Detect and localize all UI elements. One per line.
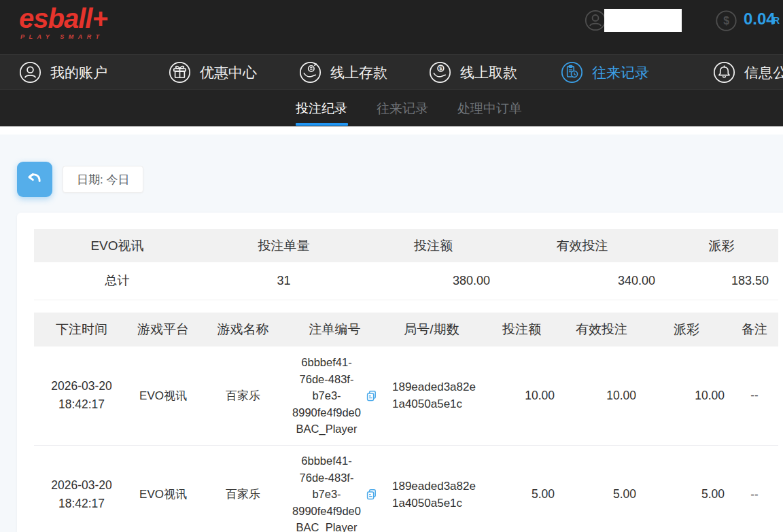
nav-item-deposit[interactable]: 线上存款 [299,55,387,90]
bet-order-id: 6bbbef41-76de-483f-b7e3-8990fe4f9de0BAC_… [292,354,362,438]
bet-round-id-cell: 189eaded3a82e1a4050a5e1c [381,347,483,445]
deposit-hand-coin-icon [299,61,321,84]
nav-label: 信息公告 [744,63,783,82]
copy-icon [365,488,378,501]
bet-date: 2026-03-20 [34,377,129,395]
date-filter-label: 日期: 今日 [77,172,129,188]
back-arrow-icon [23,168,46,191]
bet-payout: 5.00 [642,445,731,532]
tab-transaction-records[interactable]: 往来记录 [377,90,428,127]
nav-item-my-account[interactable]: 我的账户 [19,55,107,90]
bet-clock: 18:42:17 [34,395,129,414]
withdraw-hand-dollar-icon: $ [429,61,451,84]
bet-clock: 18:42:17 [34,495,129,513]
bet-round-id: 189eaded3a82e1a4050a5e1c [392,478,479,512]
summary-bet-amount: 380.00 [367,262,500,300]
bet-platform: EVO视讯 [129,347,197,445]
summary-table: EVO视讯 投注单量 投注额 有效投注 派彩 总计 31 380.00 340.… [34,229,778,300]
nav-label: 往来记录 [592,63,649,82]
main-nav: 我的账户 优惠中心 [0,54,783,89]
nav-item-withdraw[interactable]: $ 线上取款 [429,55,517,90]
balance-currency: R [773,15,780,26]
nav-label: 优惠中心 [200,63,257,82]
divider [0,126,783,135]
user-icon [19,61,41,84]
bets-header-round-id: 局号/期数 [381,313,483,347]
bets-header-game: 游戏名称 [197,313,289,347]
balance-amount[interactable]: 0.04 [744,10,776,29]
page: esball+ PLAY SMART $ 0.04 R 我的账户 [0,0,783,532]
bet-remark: -- [731,347,778,445]
bet-platform: EVO视讯 [129,445,197,532]
active-tab-underline [296,123,348,126]
table-row: 2026-03-2018:42:17 EVO视讯 百家乐 6bbbef41-76… [34,445,778,532]
nav-item-records[interactable]: 往来记录 [561,55,649,90]
bets-header-row: 下注时间 游戏平台 游戏名称 注单编号 局号/期数 投注额 有效投注 派彩 备注 [34,313,778,347]
bell-icon [713,61,735,84]
nav-label: 线上存款 [330,63,387,82]
bet-time: 2026-03-2018:42:17 [34,445,129,532]
bets-table: 下注时间 游戏平台 游戏名称 注单编号 局号/期数 投注额 有效投注 派彩 备注… [34,313,778,532]
content-area: 日期: 今日 EVO视讯 投注单量 投注额 有效投注 派彩 总计 31 380.… [0,135,783,532]
top-header: esball+ PLAY SMART $ 0.04 R [0,0,783,54]
summary-payout: 183.50 [665,262,778,300]
summary-header-bet-count: 投注单量 [201,229,367,262]
bet-payout: 10.00 [642,347,731,445]
bets-header-time: 下注时间 [34,313,129,347]
bet-amount: 5.00 [483,445,561,532]
svg-text:$: $ [723,15,729,26]
summary-header-row: EVO视讯 投注单量 投注额 有效投注 派彩 [34,229,778,262]
copy-icon [365,389,378,402]
tab-bet-records[interactable]: 投注纪录 [296,90,347,127]
bets-header-valid-bet: 有效投注 [561,313,642,347]
bets-header-platform: 游戏平台 [129,313,197,347]
svg-text:$: $ [439,65,442,71]
bet-remark: -- [731,445,778,532]
summary-total-row: 总计 31 380.00 340.00 183.50 [34,262,778,300]
bets-header-payout: 派彩 [642,313,731,347]
summary-header-valid-bet: 有效投注 [500,229,665,262]
bet-date: 2026-03-20 [34,476,129,495]
records-clipboard-clock-icon [561,61,583,84]
user-icon[interactable] [585,10,606,31]
summary-total-label: 总计 [34,262,201,300]
bet-round-id-cell: 189eaded3a82e1a4050a5e1c [381,445,483,532]
bet-order-id-cell: 6bbbef41-76de-483f-b7e3-8990fe4f9de0BAC_… [289,445,381,532]
back-button[interactable] [17,162,52,197]
nav-item-promotions[interactable]: 优惠中心 [169,55,257,90]
bet-round-id: 189eaded3a82e1a4050a5e1c [392,378,479,412]
summary-header-bet-amount: 投注额 [367,229,500,262]
bet-order-id-cell: 6bbbef41-76de-483f-b7e3-8990fe4f9de0BAC_… [289,347,381,445]
dollar-circle-icon: $ [715,10,737,32]
copy-button[interactable] [365,389,378,402]
records-card: EVO视讯 投注单量 投注额 有效投注 派彩 总计 31 380.00 340.… [17,213,783,532]
nav-label: 我的账户 [50,63,107,82]
bet-amount: 10.00 [483,347,561,445]
bet-valid: 5.00 [561,445,642,532]
bet-order-id: 6bbbef41-76de-483f-b7e3-8990fe4f9de0BAC_… [292,453,362,532]
bets-header-order-id: 注单编号 [289,313,381,347]
date-filter[interactable]: 日期: 今日 [63,166,143,193]
nav-item-announcements[interactable]: 信息公告 [713,55,783,90]
summary-header-platform: EVO视讯 [34,229,201,262]
summary-header-payout: 派彩 [665,229,778,262]
bet-time: 2026-03-2018:42:17 [34,347,129,445]
bets-header-bet-amount: 投注额 [483,313,561,347]
nav-label: 线上取款 [460,63,517,82]
records-tab-bar: 投注纪录 往来记录 处理中订单 [0,89,783,126]
summary-valid-bet: 340.00 [500,262,665,300]
username-redacted[interactable] [604,9,682,32]
bet-game: 百家乐 [197,347,289,445]
gift-icon [169,61,191,84]
summary-bet-count: 31 [201,262,367,300]
tab-processing-orders[interactable]: 处理中订单 [457,90,522,127]
brand-tagline: PLAY SMART [20,33,107,40]
copy-button[interactable] [365,488,378,501]
brand-name: esball+ [19,4,107,33]
brand-logo[interactable]: esball+ PLAY SMART [19,4,107,40]
bet-valid: 10.00 [561,347,642,445]
bets-header-remark: 备注 [731,313,778,347]
bet-game: 百家乐 [197,445,289,532]
table-row: 2026-03-2018:42:17 EVO视讯 百家乐 6bbbef41-76… [34,347,778,445]
